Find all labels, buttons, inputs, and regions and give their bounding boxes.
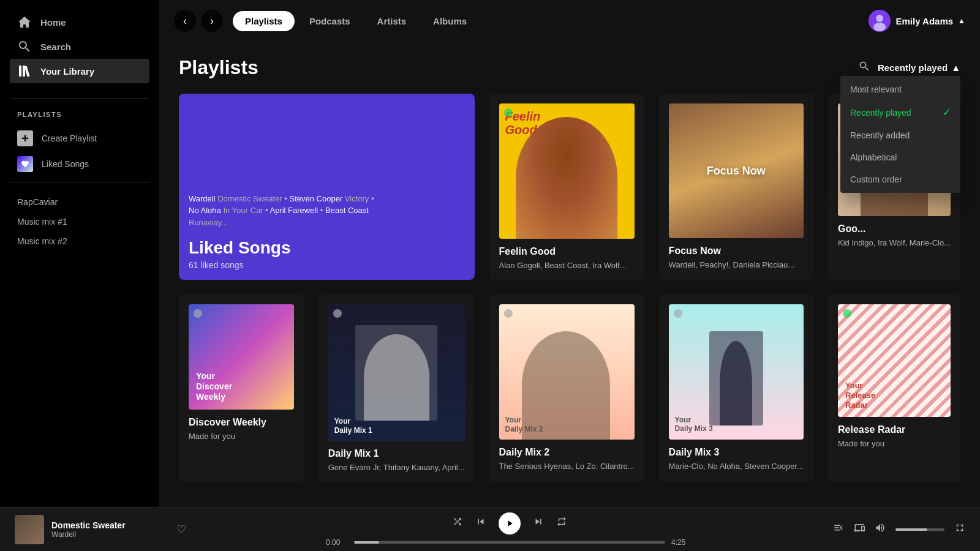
liked-songs-label: Liked Songs	[42, 159, 89, 169]
sidebar-item-musicmix2[interactable]: Music mix #2	[0, 231, 159, 251]
playlist-card-daily-mix-3[interactable]: YourDaily Mix 3 Daily Mix 3 Marie-Clo, N…	[659, 294, 813, 482]
repeat-button[interactable]	[556, 516, 567, 530]
playlist-thumb-release-radar: YourReleaseRadar	[838, 304, 951, 417]
tab-artists[interactable]: Artists	[365, 11, 419, 31]
sidebar-item-search-label: Search	[40, 42, 71, 52]
previous-button[interactable]	[475, 516, 486, 530]
sort-option-custom-order[interactable]: Custom order	[840, 168, 960, 190]
sort-option-most-relevant-label: Most relevant	[850, 84, 902, 94]
forward-button[interactable]: ›	[201, 10, 223, 32]
sidebar-item-library-label: Your Library	[40, 66, 94, 77]
user-dropdown-arrow[interactable]: ▲	[958, 17, 965, 25]
playlist-name-feelin-good: Feelin Good	[499, 246, 635, 257]
playlist-thumb-daily-mix-3: YourDaily Mix 3	[669, 304, 804, 439]
create-playlist-label: Create Playlist	[42, 133, 97, 143]
next-button[interactable]	[533, 516, 544, 530]
playlist-name-release-radar: Release Radar	[838, 424, 951, 435]
tab-albums[interactable]: Albums	[421, 11, 479, 31]
svg-point-3	[876, 15, 883, 22]
sort-option-most-relevant[interactable]: Most relevant	[840, 78, 960, 100]
sidebar-item-home[interactable]: Home	[10, 10, 149, 34]
sort-arrow-icon: ▲	[951, 62, 960, 73]
featured-songs-text: Wardell Domestic Sweater • Steven Cooper…	[189, 193, 465, 229]
playlist-card-feelin-good[interactable]: FeelinGood Feelin Good Alan Gogoll, Beas…	[489, 94, 644, 280]
sidebar-item-search[interactable]: Search	[10, 34, 149, 59]
progress-bar[interactable]	[354, 541, 665, 544]
playlist-dot-feelin-good	[504, 108, 513, 117]
player-controls: 0:00 4:25	[196, 512, 823, 547]
sidebar-divider-2	[10, 182, 149, 182]
player-heart-button[interactable]: ♡	[176, 523, 186, 536]
playlist-desc-release-radar: Made for you	[838, 439, 951, 448]
playlist-name-good: Goo...	[838, 223, 951, 234]
playlist-card-liked-songs[interactable]: Wardell Domestic Sweater • Steven Cooper…	[179, 94, 475, 280]
playlist-thumb-daily-mix-1: YourDaily Mix 1	[328, 304, 465, 441]
playlist-dot-release	[843, 309, 851, 318]
playlist-name-focus-now: Focus Now	[669, 246, 804, 257]
playlist-card-discover-weekly[interactable]: YourDiscoverWeekly Discover Weekly Made …	[179, 294, 304, 482]
playlist-name-daily-mix-1: Daily Mix 1	[328, 448, 465, 459]
sort-option-custom-order-label: Custom order	[850, 174, 902, 184]
sort-label: Recently played	[878, 62, 948, 73]
playlist-dot-daily3	[674, 309, 682, 318]
sort-option-recently-added-label: Recently added	[850, 130, 910, 140]
sidebar-nav: Home Search Your Library	[0, 10, 159, 83]
player-bar: Domestic Sweater Wardell ♡ 0:00	[0, 507, 980, 551]
featured-playlist-subtitle: 61 liked songs	[189, 260, 465, 270]
player-progress: 0:00 4:25	[326, 538, 693, 547]
liked-songs-button[interactable]: Liked Songs	[0, 151, 159, 177]
back-button[interactable]: ‹	[174, 10, 196, 32]
sort-option-recently-played[interactable]: Recently played ✓	[840, 100, 960, 124]
playlist-card-focus-now[interactable]: Focus Now Focus Now Wardell, Peachy!, Da…	[659, 94, 813, 280]
sort-dropdown-button[interactable]: Recently played ▲	[878, 62, 960, 73]
sidebar-item-library[interactable]: Your Library	[10, 59, 149, 83]
volume-button[interactable]	[875, 522, 886, 536]
playlist-dot-daily1	[333, 309, 342, 318]
sidebar-divider-1	[10, 98, 149, 99]
svg-rect-0	[19, 66, 21, 77]
content-search-button[interactable]	[858, 60, 870, 75]
search-icon	[17, 39, 32, 54]
content-area: Playlists Recently played ▲ Most	[159, 42, 980, 507]
play-pause-button[interactable]	[499, 512, 521, 534]
tab-podcasts[interactable]: Podcasts	[297, 11, 363, 31]
sidebar-item-musicmix1[interactable]: Music mix #1	[0, 212, 159, 231]
sort-checkmark-icon: ✓	[943, 107, 951, 118]
volume-bar[interactable]	[895, 528, 944, 531]
create-playlist-button[interactable]: + Create Playlist	[0, 126, 159, 151]
sidebar-item-rapcaviar[interactable]: RapCaviar	[0, 192, 159, 212]
playlist-dot-daily2	[504, 309, 513, 318]
topbar-tabs: Playlists Podcasts Artists Albums	[233, 11, 859, 31]
sort-option-recently-added[interactable]: Recently added	[840, 124, 960, 146]
playlist-desc-daily-mix-1: Gene Evaro Jr, Thifany Kauany, April...	[328, 463, 465, 472]
playlist-card-daily-mix-2[interactable]: YourDaily Mix 2 Daily Mix 2 The Serious …	[489, 294, 644, 482]
page-title: Playlists	[179, 56, 258, 79]
sort-option-alphabetical-label: Alphabetical	[850, 152, 897, 162]
playlist-name-daily-mix-3: Daily Mix 3	[669, 447, 804, 458]
sidebar-playlist-list: RapCaviar Music mix #1 Music mix #2	[0, 187, 159, 497]
fullscreen-button[interactable]	[954, 522, 965, 536]
liked-songs-icon	[17, 156, 33, 172]
playlist-desc-good: Kid Indigo, Ira Wolf, Marie-Clo...	[838, 238, 951, 247]
queue-button[interactable]	[833, 522, 844, 536]
user-name: Emily Adams	[895, 16, 953, 26]
nav-buttons: ‹ ›	[174, 10, 223, 32]
main-content: ‹ › Playlists Podcasts Artists Albums Em…	[159, 0, 980, 507]
library-icon	[17, 64, 32, 78]
sort-option-alphabetical[interactable]: Alphabetical	[840, 146, 960, 168]
playlist-desc-discover-weekly: Made for you	[189, 432, 294, 441]
playlist-dot-discover	[194, 309, 202, 318]
sort-option-recently-played-label: Recently played	[850, 108, 911, 118]
sidebar-item-home-label: Home	[40, 17, 66, 28]
playlist-thumb-daily-mix-2: YourDaily Mix 2	[499, 304, 635, 440]
playlist-desc-daily-mix-3: Marie-Clo, No Aloha, Steven Cooper...	[669, 462, 804, 471]
playlist-card-release-radar[interactable]: YourReleaseRadar Release Radar Made for …	[828, 294, 960, 482]
playlist-name-daily-mix-2: Daily Mix 2	[499, 447, 635, 458]
tab-playlists[interactable]: Playlists	[233, 11, 295, 31]
player-track-info: Domestic Sweater Wardell	[51, 520, 169, 539]
playlist-desc-feelin-good: Alan Gogoll, Beast Coast, Ira Wolf...	[499, 261, 635, 270]
devices-button[interactable]	[854, 522, 865, 536]
shuffle-button[interactable]	[452, 516, 463, 530]
playlist-card-daily-mix-1[interactable]: YourDaily Mix 1 Daily Mix 1 Gene Evaro J…	[318, 294, 475, 482]
player-time-total: 4:25	[671, 538, 693, 547]
